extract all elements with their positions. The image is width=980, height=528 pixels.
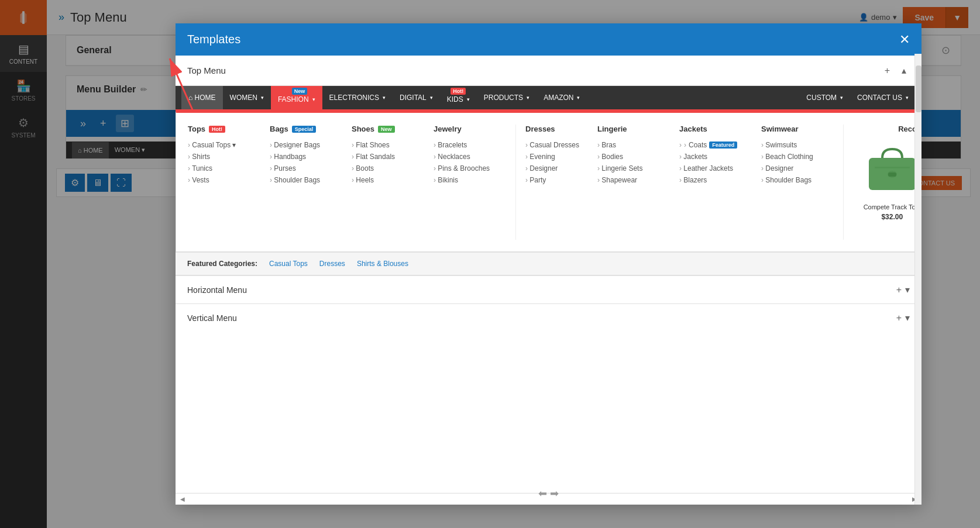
shoes-badge: New (378, 126, 395, 133)
nav-preview: ⌂ HOME WOMEN ▾ New FASHION ▾ ELECTRONICS… (176, 85, 921, 275)
mega-col-lingerie: Lingerie Bras Bodies Lingerie Sets Shape… (597, 125, 668, 240)
carousel-dots (853, 234, 921, 240)
featured-label: Featured Categories: (187, 260, 257, 268)
scrollbar-thumb[interactable] (916, 65, 921, 112)
swimwear-beach[interactable]: Beach Clothing (761, 151, 831, 163)
svg-rect-7 (888, 172, 896, 177)
top-menu-section-title: Top Menu (187, 65, 226, 75)
jewelry-title: Jewelry (434, 125, 504, 133)
lingerie-shapewear[interactable]: Shapewear (597, 174, 668, 186)
jewelry-bracelets[interactable]: Bracelets (434, 139, 504, 151)
mega-col-jewelry: Jewelry Bracelets Necklaces Pins & Brooc… (434, 125, 504, 240)
recommended-bags: Recommended Bags (843, 125, 921, 240)
bags-title: Bags Special (270, 125, 340, 133)
nav-bar: ⌂ HOME WOMEN ▾ New FASHION ▾ ELECTRONICS… (176, 86, 921, 109)
swimwear-title: Swimwear (761, 125, 831, 133)
left-arrow[interactable]: ◀ (180, 496, 185, 502)
rec-products: Compete Track Tote $32.00 (853, 140, 921, 228)
tops-badge: Hot! (209, 126, 225, 133)
tops-shirts[interactable]: Shirts (188, 151, 258, 163)
nav-home[interactable]: ⌂ HOME (181, 86, 223, 109)
featured-dresses[interactable]: Dresses (319, 260, 345, 268)
horizontal-menu-actions: + ▾ (896, 284, 910, 295)
modal-scrollbar[interactable] (914, 54, 921, 505)
featured-shirts-blouses[interactable]: Shirts & Blouses (357, 260, 408, 268)
tops-tunics[interactable]: Tunics (188, 163, 258, 174)
nav-kids[interactable]: Hot! KIDS ▾ (440, 86, 477, 109)
top-menu-collapse-button[interactable]: ▴ (898, 64, 910, 77)
mega-col-jackets: Jackets › Coats Featured Jackets Leather… (679, 125, 749, 240)
dresses-party[interactable]: Party (525, 174, 586, 186)
shoes-boots[interactable]: Boots (352, 163, 422, 174)
nav-women[interactable]: WOMEN ▾ (223, 86, 271, 109)
vertical-menu-section: Vertical Menu + ▾ (176, 303, 921, 332)
featured-casual-tops[interactable]: Casual Tops (269, 260, 308, 268)
horizontal-menu-header[interactable]: Horizontal Menu + ▾ (176, 276, 921, 303)
nav-contact-us[interactable]: CONTACT US ▾ (850, 86, 916, 109)
shoes-sandals[interactable]: Flat Sandals (352, 151, 422, 163)
horizontal-menu-collapse-button[interactable]: ▾ (905, 284, 910, 295)
dresses-casual[interactable]: Casual Dresses (525, 139, 586, 151)
top-menu-controls: + ▴ (881, 64, 910, 77)
jewelry-necklaces[interactable]: Necklaces (434, 151, 504, 163)
horizontal-menu-section: Horizontal Menu + ▾ (176, 275, 921, 303)
vertical-menu-collapse-button[interactable]: ▾ (905, 312, 910, 323)
nav-products[interactable]: PRODUCTS ▾ (477, 86, 537, 109)
swimwear-swimsuits[interactable]: Swimsuits (761, 139, 831, 151)
swimwear-designer[interactable]: Designer (761, 163, 831, 174)
bags-handbags[interactable]: Handbags (270, 151, 340, 163)
nav-amazon[interactable]: AMAZON ▾ (537, 86, 587, 109)
lingerie-bras[interactable]: Bras (597, 139, 668, 151)
recommended-title: Recommended Bags (853, 125, 921, 133)
green-bag-price: $32.00 (853, 213, 921, 221)
mega-col-swimwear: Swimwear Swimsuits Beach Clothing Design… (761, 125, 831, 240)
nav-custom[interactable]: CUSTOM ▾ (799, 86, 850, 109)
jewelry-bikinis[interactable]: Bikinis (434, 174, 504, 186)
shoes-flat[interactable]: Flat Shoes (352, 139, 422, 151)
dresses-designer[interactable]: Designer (525, 163, 586, 174)
top-menu-add-button[interactable]: + (881, 64, 893, 77)
swimwear-shoulder[interactable]: Shoulder Bags (761, 174, 831, 186)
nav-fashion[interactable]: New FASHION ▾ (271, 86, 322, 109)
mega-col-shoes: Shoes New Flat Shoes Flat Sandals Boots … (352, 125, 422, 240)
bags-badge: Special (292, 126, 317, 133)
shoes-title: Shoes New (352, 125, 422, 133)
coats-badge: Featured (709, 142, 737, 149)
jewelry-pins[interactable]: Pins & Brooches (434, 163, 504, 174)
jackets-leather[interactable]: Leather Jackets (679, 163, 749, 174)
modal-body: Top Menu + ▴ ⌂ HOME WOMEN ▾ New FASHION … (176, 56, 921, 493)
vertical-menu-actions: + ▾ (896, 312, 910, 323)
dresses-title: Dresses (525, 125, 586, 133)
jackets-coats[interactable]: › Coats Featured (679, 139, 749, 151)
lingerie-sets[interactable]: Lingerie Sets (597, 163, 668, 174)
vertical-menu-add-button[interactable]: + (896, 313, 902, 323)
green-bag-name: Compete Track Tote (853, 203, 921, 210)
top-menu-section-header[interactable]: Top Menu + ▴ (176, 56, 921, 85)
horizontal-menu-add-button[interactable]: + (896, 285, 902, 295)
rec-product-green-bag: Compete Track Tote $32.00 (853, 140, 921, 228)
nav-electronics[interactable]: ELECTRONICS ▾ (322, 86, 393, 109)
tops-vests[interactable]: Vests (188, 174, 258, 186)
bags-shoulder[interactable]: Shoulder Bags (270, 174, 340, 186)
shoes-heels[interactable]: Heels (352, 174, 422, 186)
mega-col-tops: Tops Hot! Casual Tops ▾ Shirts Tunics Ve… (188, 125, 258, 240)
nav-digital[interactable]: DIGITAL ▾ (393, 86, 440, 109)
lingerie-bodies[interactable]: Bodies (597, 151, 668, 163)
mega-menu: Tops Hot! Casual Tops ▾ Shirts Tunics Ve… (176, 111, 921, 252)
featured-categories-bar: Featured Categories: Casual Tops Dresses… (176, 252, 921, 275)
tops-casual-tops[interactable]: Casual Tops ▾ (188, 139, 258, 151)
bags-purses[interactable]: Purses (270, 163, 340, 174)
vertical-menu-title: Vertical Menu (187, 313, 237, 323)
jackets-title: Jackets (679, 125, 749, 133)
mega-col-dresses: Dresses Casual Dresses Evening Designer … (515, 125, 586, 240)
green-bag-img (863, 140, 921, 199)
jackets-blazers[interactable]: Blazers (679, 174, 749, 186)
dresses-evening[interactable]: Evening (525, 151, 586, 163)
vertical-menu-header[interactable]: Vertical Menu + ▾ (176, 304, 921, 332)
modal-close-button[interactable]: ✕ (899, 33, 910, 46)
green-bag-svg (866, 146, 919, 193)
top-menu-section: Top Menu + ▴ ⌂ HOME WOMEN ▾ New FASHION … (176, 56, 921, 275)
jackets-jackets[interactable]: Jackets (679, 151, 749, 163)
bags-designer[interactable]: Designer Bags (270, 139, 340, 151)
scroll-indicator: ⬅ ➡ (538, 487, 559, 500)
